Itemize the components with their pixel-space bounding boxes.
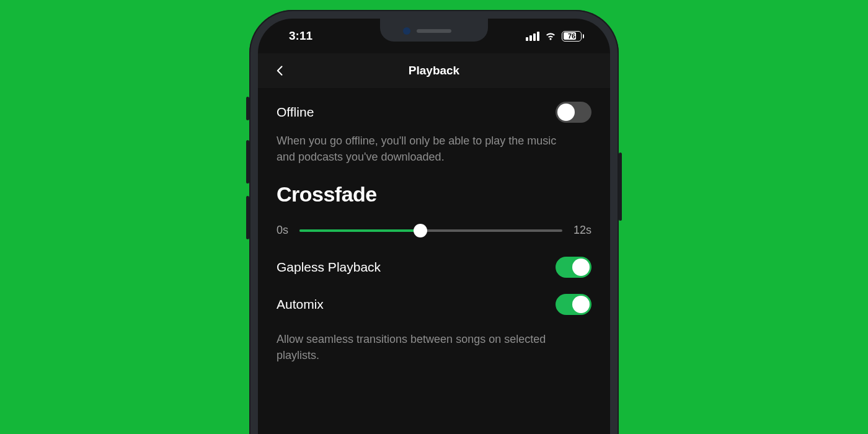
toggle-knob [557,104,575,121]
automix-row: Automix [277,294,591,315]
offline-description: When you go offline, you'll only be able… [277,133,574,165]
status-indicators: 76 [526,31,584,42]
slider-fill [299,229,420,232]
notch [380,19,488,42]
front-camera [403,27,410,35]
offline-toggle[interactable] [556,102,591,123]
slider-thumb [414,224,427,237]
automix-toggle[interactable] [556,294,591,315]
offline-row: Offline [277,102,591,123]
mute-switch [246,97,249,120]
offline-label: Offline [277,105,314,120]
speaker-grille [417,29,451,33]
page-title: Playback [409,64,459,78]
automix-description: Allow seamless transitions between songs… [277,331,574,363]
cellular-signal-icon [526,32,539,41]
gapless-label: Gapless Playback [277,260,381,275]
status-time: 3:11 [289,29,312,43]
automix-label: Automix [277,297,324,312]
phone-screen: 3:11 76 [258,19,610,434]
gapless-toggle[interactable] [556,257,591,278]
volume-down-button [246,196,249,239]
chevron-left-icon [274,64,286,77]
phone-frame: 3:11 76 [249,10,619,434]
settings-content: Offline When you go offline, you'll only… [258,88,610,363]
battery-indicator: 76 [562,31,584,42]
nav-bar: Playback [258,53,610,88]
wifi-icon [544,32,557,41]
toggle-knob [572,296,590,313]
crossfade-slider[interactable] [299,229,562,232]
crossfade-max-label: 12s [574,224,591,237]
toggle-knob [572,259,590,276]
power-button [619,153,622,221]
battery-percent: 76 [568,32,575,40]
back-button[interactable] [273,63,288,78]
crossfade-slider-row: 0s 12s [277,224,591,237]
volume-up-button [246,140,249,184]
crossfade-min-label: 0s [277,224,288,237]
crossfade-section-title: Crossfade [277,182,591,206]
gapless-row: Gapless Playback [277,257,591,278]
